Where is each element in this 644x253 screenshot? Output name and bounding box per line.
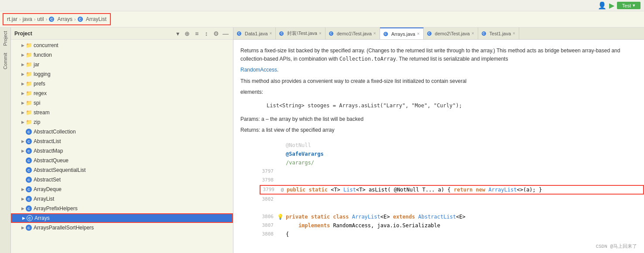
annotation-notnull-line: @NotNull <box>260 141 644 150</box>
folder-icon-concurrent: 📁 <box>26 42 32 48</box>
sidebar-sort-icon[interactable]: ↕ <box>202 30 210 38</box>
tree-item-logging[interactable]: ▶ 📁 logging <box>11 69 233 79</box>
sidebar-add-icon[interactable]: ⊕ <box>183 30 191 38</box>
tab-demo2-close[interactable]: × <box>472 31 474 36</box>
tab-encap-icon: C <box>279 31 284 36</box>
tab-encap-test[interactable]: C 封装\Test.java × <box>276 27 325 40</box>
sidebar-title: Project <box>14 31 172 37</box>
folder-icon-stream: 📁 <box>26 109 32 116</box>
tree-arrow-jar[interactable]: ▶ <box>20 62 26 68</box>
line-3798: 3798 <box>260 176 644 185</box>
tree-arrow-abstractmap[interactable]: ▶ <box>20 148 26 154</box>
sidebar-align-icon[interactable]: ≡ <box>193 30 201 38</box>
tree-item-arraydeque[interactable]: ▶ C ArrayDeque <box>11 185 233 194</box>
breadcrumb-java[interactable]: java <box>23 16 32 22</box>
class-icon-arrays: C <box>27 215 33 221</box>
tab-demo1-icon: C <box>329 31 333 36</box>
tree-item-abstractlist[interactable]: ▶ C AbstractList <box>11 137 233 146</box>
tab-arrays[interactable]: C Arrays.java × <box>380 27 424 40</box>
tree-item-prefs[interactable]: ▶ 📁 prefs <box>11 79 233 89</box>
commit-stripe-label[interactable]: Commit <box>2 51 9 71</box>
class-icon-abstractmap: C <box>26 148 32 154</box>
tab-data1-close[interactable]: × <box>270 31 272 36</box>
tab-demo1-test[interactable]: C demo1\Test.java × <box>325 27 380 40</box>
tree-arrow-abstractlist[interactable]: ▶ <box>20 138 26 144</box>
tab-arrays-close[interactable]: × <box>417 31 420 36</box>
tree-item-arrays[interactable]: ▶ C Arrays <box>11 213 233 223</box>
line-blank <box>260 204 644 212</box>
tab-data1-icon: C <box>237 31 241 36</box>
tab-data1[interactable]: C Data1.java × <box>233 27 276 40</box>
tree-item-abstractcollection[interactable]: C AbstractCollection <box>11 127 233 137</box>
tree-item-abstractset[interactable]: C AbstractSet <box>11 175 233 185</box>
tree-arrow-arraydeque[interactable]: ▶ <box>20 186 26 192</box>
sidebar-gear-icon[interactable]: ⚙ <box>212 30 220 38</box>
tree-item-jar[interactable]: ▶ 📁 jar <box>11 60 233 69</box>
folder-icon-jar: 📁 <box>26 62 32 68</box>
folder-icon-spi: 📁 <box>26 100 32 106</box>
class-icon-arraysparallelhelpers: C <box>26 225 32 231</box>
tree-arrow-stream[interactable]: ▶ <box>20 109 26 116</box>
tab-demo2-icon: C <box>427 31 432 36</box>
folder-icon-zip: 📁 <box>26 119 32 125</box>
folder-icon-prefs: 📁 <box>26 81 32 87</box>
tree-item-arraylist[interactable]: ▶ C ArrayList <box>11 194 233 204</box>
tab-encap-close[interactable]: × <box>319 31 322 36</box>
breadcrumb-arrays-icon: C <box>49 17 54 22</box>
tree-arrow-arraysparallelhelpers[interactable]: ▶ <box>20 225 26 231</box>
project-sidebar: Project ▾ ⊕ ≡ ↕ ⚙ — ▶ 📁 concurrent ▶ 📁 f… <box>11 27 233 253</box>
tab-bar: C Data1.java × C 封装\Test.java × C demo1\… <box>233 27 644 40</box>
tree-item-regex[interactable]: ▶ 📁 regex <box>11 89 233 98</box>
tree-arrow-zip[interactable]: ▶ <box>20 119 26 125</box>
tree-container[interactable]: ▶ 📁 concurrent ▶ 📁 function ▶ 📁 jar ▶ 📁 <box>11 40 233 253</box>
tree-arrow-arrayprefixhelpers[interactable]: ▶ <box>20 205 26 212</box>
bulb-icon: 💡 <box>277 214 286 220</box>
tree-arrow-regex[interactable]: ▶ <box>20 90 26 96</box>
tree-arrow-spi[interactable]: ▶ <box>20 100 26 106</box>
tree-arrow-prefs[interactable]: ▶ <box>20 81 26 87</box>
tree-item-abstractqueue[interactable]: C AbstractQueue <box>11 156 233 165</box>
run-button[interactable]: Test ▾ <box>617 2 641 9</box>
line-3806: 3806 💡 private static class ArrayList<E>… <box>260 212 644 221</box>
editor-area: C Data1.java × C 封装\Test.java × C demo1\… <box>233 27 644 253</box>
breadcrumb-jar[interactable]: rt.jar <box>7 16 17 22</box>
line-3807: 3807 implements RandomAccess, java.io.Se… <box>260 221 644 230</box>
class-icon-arraydeque: C <box>26 186 32 192</box>
run-dropdown-icon[interactable]: ▾ <box>633 3 635 8</box>
tree-item-stream[interactable]: ▶ 📁 stream <box>11 108 233 117</box>
line-3799-highlighted: 3799 @ public static <T> List<T> asList(… <box>260 185 644 195</box>
code-content: Returns a fixed-size list backed by the … <box>233 40 644 253</box>
tree-item-concurrent[interactable]: ▶ 📁 concurrent <box>11 41 233 50</box>
tree-arrow-concurrent[interactable]: ▶ <box>20 42 26 48</box>
tab-demo2-test[interactable]: C demo2\Test.java × <box>424 27 478 40</box>
comment-varargs-line: /varargs/ <box>260 158 644 167</box>
tree-item-arrayprefixhelpers[interactable]: ▶ C ArrayPrefixHelpers <box>11 204 233 213</box>
breadcrumb-util[interactable]: util <box>37 16 44 22</box>
arrow-icon[interactable]: ▶ <box>609 1 614 10</box>
user-icon[interactable]: 👤 <box>598 1 606 10</box>
project-stripe-label[interactable]: Project <box>2 29 9 48</box>
tree-item-arraysparallelhelpers[interactable]: ▶ C ArraysParallelSortHelpers <box>11 223 233 232</box>
doc-link-randomaccess[interactable]: RandomAccess <box>240 67 277 73</box>
tree-arrow-function[interactable]: ▶ <box>20 52 26 58</box>
breadcrumb-arraylist[interactable]: ArrayList <box>86 16 106 22</box>
comment-varargs: /varargs/ <box>286 160 314 166</box>
annotation-safevarargs-line: @SafeVarargs <box>260 150 644 158</box>
tree-arrow-arraylist[interactable]: ▶ <box>20 196 26 202</box>
tab-test1-close[interactable]: × <box>513 31 515 36</box>
tree-item-spi[interactable]: ▶ 📁 spi <box>11 98 233 108</box>
sidebar-header: Project ▾ ⊕ ≡ ↕ ⚙ — <box>11 27 233 40</box>
tab-test1[interactable]: C Test1.java × <box>478 27 519 40</box>
tree-arrow-logging[interactable]: ▶ <box>20 71 26 77</box>
sidebar-chevron-icon[interactable]: ▾ <box>174 30 182 38</box>
folder-icon-regex: 📁 <box>26 90 32 96</box>
tree-item-zip[interactable]: ▶ 📁 zip <box>11 117 233 127</box>
breadcrumb-arrays[interactable]: Arrays <box>57 16 72 22</box>
tree-item-abstractmap[interactable]: ▶ C AbstractMap <box>11 146 233 156</box>
tab-demo1-close[interactable]: × <box>373 31 376 36</box>
tree-arrow-arrays[interactable]: ▶ <box>21 215 27 221</box>
code-example-block: List<String> stooges = Arrays.asList("La… <box>240 100 637 112</box>
tree-item-function[interactable]: ▶ 📁 function <box>11 50 233 60</box>
sidebar-minus-icon[interactable]: — <box>222 30 230 38</box>
tree-item-abstractsequentiallist[interactable]: C AbstractSequentialList <box>11 165 233 175</box>
